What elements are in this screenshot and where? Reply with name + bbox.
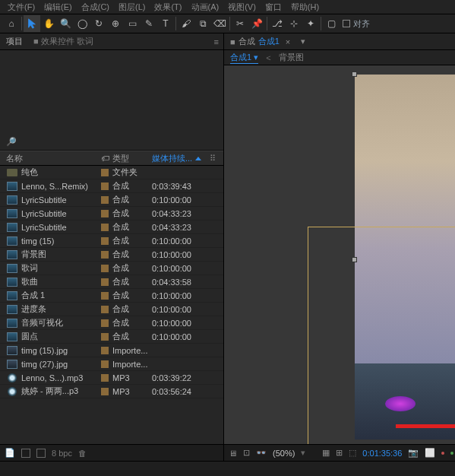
item-label[interactable] (97, 333, 112, 341)
grid-icon[interactable]: ▦ (322, 448, 330, 458)
orbit-tool-icon[interactable]: ◯ (74, 15, 90, 32)
crumb-active[interactable]: 合成1 ▾ (230, 52, 258, 64)
item-label[interactable] (97, 224, 112, 231)
project-item[interactable]: 进度条合成0:10:00:00 (0, 303, 223, 316)
lock-icon[interactable]: ■ (230, 37, 235, 46)
menu-view[interactable]: 视图(V) (225, 2, 259, 13)
header-type[interactable]: 类型 (112, 153, 152, 164)
item-label[interactable] (97, 278, 112, 286)
bpc-toggle[interactable]: 8 bpc (52, 449, 72, 458)
pin-tool-icon[interactable]: 📌 (248, 15, 265, 32)
guides-icon[interactable]: ⊞ (336, 448, 343, 458)
project-item[interactable]: 背景图合成0:10:00:00 (0, 248, 223, 262)
snapshot-icon[interactable]: ⬜ (425, 448, 435, 458)
header-label-icon[interactable]: 🏷 (97, 154, 112, 163)
menu-anim[interactable]: 动画(A) (188, 2, 223, 13)
transform-handle[interactable] (352, 71, 357, 77)
menu-window[interactable]: 窗口 (262, 2, 285, 13)
current-time[interactable]: 0:01:35:36 (362, 449, 402, 458)
rotate-tool-icon[interactable]: ↻ (90, 15, 107, 32)
world-axis-icon[interactable]: ⊹ (286, 15, 302, 32)
item-label[interactable] (97, 306, 112, 313)
project-item[interactable]: timg (15).jpgImporte... (0, 344, 223, 357)
search-input[interactable] (20, 138, 217, 147)
viewer-tab-name[interactable]: 合成1 (258, 36, 280, 47)
tab-effect-controls[interactable]: ■ 效果控件 歌词 (33, 36, 93, 47)
item-label[interactable] (97, 169, 112, 176)
magnification-icon[interactable]: 🖥 (229, 449, 237, 458)
item-label[interactable] (97, 210, 112, 217)
anchor-tool-icon[interactable]: ⊕ (107, 15, 124, 32)
view-axis-icon[interactable]: ✦ (302, 15, 319, 32)
menu-help[interactable]: 帮助(H) (288, 2, 322, 13)
item-duration: 0:04:33:23 (152, 223, 210, 232)
red-channel-icon[interactable] (441, 452, 444, 455)
new-comp-icon[interactable] (36, 449, 46, 458)
item-label[interactable] (97, 182, 112, 190)
project-item[interactable]: LyricSubtitle合成0:04:33:23 (0, 221, 223, 234)
project-item[interactable]: 纯色文件夹 (0, 166, 223, 179)
mask-toggle-icon[interactable]: 👓 (256, 448, 267, 458)
zoom-tool-icon[interactable]: 🔍 (57, 15, 74, 32)
tab-project[interactable]: 项目 (6, 36, 23, 47)
project-item[interactable]: Lenno, S...).mp3MP30:03:39:22 (0, 371, 223, 385)
project-item[interactable]: LyricSubtitle合成0:10:00:00 (0, 193, 223, 207)
trash-icon[interactable]: 🗑 (78, 449, 87, 458)
project-item[interactable]: 歌曲合成0:04:33:58 (0, 275, 223, 289)
unknown-tool-icon[interactable]: ▢ (323, 15, 340, 32)
channel-icon[interactable]: ⬚ (349, 448, 356, 458)
snap-toggle[interactable]: 对齐 (343, 18, 370, 30)
project-item[interactable]: 圆点合成0:10:00:00 (0, 330, 223, 344)
brush-tool-icon[interactable]: 🖌 (178, 15, 194, 32)
project-item[interactable]: timg (15)合成0:10:00:00 (0, 234, 223, 248)
zoom-level[interactable]: (50%) (273, 449, 295, 458)
green-channel-icon[interactable] (450, 452, 453, 455)
close-tab-icon[interactable]: × (286, 37, 290, 46)
crumb-next[interactable]: 背景图 (279, 52, 304, 63)
local-axis-icon[interactable]: ⎇ (269, 15, 286, 32)
project-item[interactable]: Lenno, S...Remix)合成0:03:39:43 (0, 179, 223, 193)
item-label[interactable] (97, 319, 112, 327)
project-item[interactable]: timg (27).jpgImporte... (0, 357, 223, 371)
menu-file[interactable]: 文件(F) (5, 2, 38, 13)
eraser-tool-icon[interactable]: ⌫ (211, 15, 228, 32)
panel-menu-icon[interactable]: ≡ (214, 37, 219, 46)
clone-tool-icon[interactable]: ⧉ (194, 15, 211, 32)
menu-edit[interactable]: 编辑(E) (41, 2, 75, 13)
item-label[interactable] (97, 388, 112, 395)
menu-layer[interactable]: 图层(L) (115, 2, 148, 13)
item-label[interactable] (97, 292, 112, 300)
item-label[interactable] (97, 251, 112, 259)
header-duration[interactable]: 媒体持续... (152, 153, 210, 164)
camera-icon[interactable]: 📷 (408, 448, 419, 458)
project-item[interactable]: 合成 1合成0:10:00:00 (0, 289, 223, 303)
item-label[interactable] (97, 374, 112, 382)
shape-tool-icon[interactable]: ▭ (124, 15, 141, 32)
new-viewer-icon[interactable]: ▾ (301, 36, 305, 46)
project-item[interactable]: 音频可视化合成0:10:00:00 (0, 316, 223, 330)
resolution-icon[interactable]: ⊡ (243, 448, 250, 458)
item-label[interactable] (97, 360, 112, 368)
project-search[interactable]: 🔎 (0, 134, 223, 151)
item-label[interactable] (97, 196, 112, 204)
menu-effect[interactable]: 效果(T) (151, 2, 185, 13)
interpret-footage-icon[interactable]: 📄 (5, 448, 15, 458)
project-item[interactable]: LyricSubtitle合成0:04:33:23 (0, 207, 223, 221)
pen-tool-icon[interactable]: ✎ (141, 15, 157, 32)
home-icon[interactable]: ⌂ (3, 15, 20, 32)
hand-tool-icon[interactable]: ✋ (40, 15, 57, 32)
header-name[interactable]: 名称 (0, 153, 97, 164)
project-item[interactable]: 姚婷 - 两两...p3MP30:03:56:24 (0, 385, 223, 398)
item-label[interactable] (97, 347, 112, 354)
project-list[interactable]: 纯色文件夹Lenno, S...Remix)合成0:03:39:43LyricS… (0, 166, 223, 444)
menu-comp[interactable]: 合成(C) (78, 2, 112, 13)
item-label[interactable] (97, 265, 112, 272)
new-folder-icon[interactable] (21, 449, 30, 458)
selection-tool-icon[interactable] (24, 15, 40, 32)
canvas-area[interactable] (224, 65, 455, 444)
header-options-icon[interactable]: ⠿ (210, 154, 223, 163)
roto-tool-icon[interactable]: ✂ (232, 15, 248, 32)
text-tool-icon[interactable]: T (157, 15, 174, 32)
project-item[interactable]: 歌词合成0:10:00:00 (0, 262, 223, 275)
item-label[interactable] (97, 237, 112, 245)
